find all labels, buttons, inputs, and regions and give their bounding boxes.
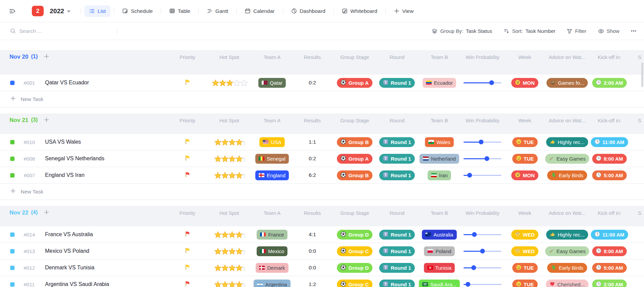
task-row[interactable]: #014France VS Australia France4:1Group D… [0, 226, 644, 243]
team-a-tag[interactable]: USA [259, 137, 285, 147]
advice-tag[interactable]: Games fo... [546, 78, 588, 88]
more-button[interactable]: ••• [631, 28, 637, 34]
add-task-plus-icon[interactable] [44, 117, 49, 124]
kickoff-tag[interactable]: 5:00 AM [592, 263, 627, 273]
hot-spot-rating[interactable] [214, 138, 244, 146]
results-value[interactable]: 4:1 [309, 231, 316, 238]
round-tag[interactable]: 1Round 1 [379, 137, 415, 147]
kickoff-tag[interactable]: 2:00 AM [592, 78, 627, 88]
slider-knob[interactable] [480, 249, 485, 253]
week-tag[interactable]: MON [511, 78, 538, 88]
win-probability-slider[interactable] [464, 282, 501, 287]
week-tag[interactable]: MON [511, 170, 538, 180]
add-task-plus-icon[interactable] [44, 209, 49, 216]
tab-list[interactable]: List [84, 5, 110, 17]
advice-tag[interactable]: Early Birds [547, 170, 587, 180]
team-a-tag[interactable]: Mexico [257, 246, 288, 256]
slider-knob[interactable] [489, 80, 494, 85]
win-probability-slider[interactable] [464, 156, 501, 161]
team-b-tag[interactable]: Saudi Ara... [419, 280, 460, 287]
slider-knob[interactable] [466, 282, 470, 287]
task-row[interactable]: #013Mexico VS Poland Mexico0:0Group C1Ro… [0, 243, 644, 260]
win-probability-slider[interactable] [464, 265, 501, 270]
hot-spot-rating[interactable] [212, 79, 247, 87]
slider-knob[interactable] [479, 140, 484, 144]
week-tag[interactable]: WED [511, 246, 538, 256]
task-row[interactable]: #007England VS Iran England6:2Group B1Ro… [0, 167, 644, 184]
search-box[interactable] [0, 28, 117, 34]
priority-flag-icon[interactable] [184, 155, 191, 163]
team-a-tag[interactable]: Argentina [254, 280, 290, 287]
priority-flag-icon[interactable] [184, 138, 191, 146]
new-task-button[interactable]: New Task [0, 184, 644, 200]
task-status-checkbox[interactable] [10, 81, 15, 85]
round-tag[interactable]: 1Round 1 [379, 263, 415, 273]
task-title[interactable]: England VS Iran [45, 172, 85, 178]
tab-schedule[interactable]: Schedule [117, 5, 157, 17]
task-title[interactable]: USA VS Wales [45, 139, 81, 145]
team-a-tag[interactable]: Senegal [255, 154, 289, 164]
group-title[interactable]: Nov 21 [9, 117, 28, 124]
team-b-tag[interactable]: Iran [428, 170, 451, 180]
tab-calendar[interactable]: Calendar [240, 5, 279, 17]
hot-spot-rating[interactable] [214, 171, 244, 179]
results-value[interactable]: 1:2 [309, 281, 316, 287]
hot-spot-rating[interactable] [214, 281, 244, 287]
advice-tag[interactable]: Easy Games [545, 246, 589, 256]
task-title[interactable]: Senegal VS Netherlands [45, 156, 104, 162]
kickoff-tag[interactable]: 2:00 AM [592, 280, 627, 287]
results-value[interactable]: 0:0 [309, 248, 316, 254]
group-stage-tag[interactable]: Group A [337, 154, 372, 164]
search-input[interactable] [19, 28, 101, 34]
advice-tag[interactable]: Easy Games [545, 154, 589, 164]
task-row[interactable]: #008Senegal VS Netherlands Senegal0:2Gro… [0, 150, 644, 167]
priority-flag-icon[interactable] [184, 79, 191, 87]
team-b-tag[interactable]: Tunisia [424, 263, 455, 273]
hot-spot-rating[interactable] [214, 155, 244, 163]
task-status-checkbox[interactable] [10, 173, 15, 178]
advice-tag[interactable]: Cherished... [546, 280, 588, 287]
kickoff-tag[interactable]: 11:00 AM [591, 137, 628, 147]
group-stage-tag[interactable]: Group A [337, 78, 372, 88]
workspace-badge[interactable]: 2 [32, 6, 44, 16]
hot-spot-rating[interactable] [214, 247, 244, 255]
team-b-tag[interactable]: Poland [424, 246, 455, 256]
add-task-plus-icon[interactable] [44, 54, 49, 60]
team-b-tag[interactable]: Wales [425, 137, 454, 147]
group-stage-tag[interactable]: Group D [337, 263, 372, 273]
slider-knob[interactable] [472, 232, 477, 237]
task-status-checkbox[interactable] [10, 157, 15, 161]
round-tag[interactable]: 1Round 1 [379, 154, 415, 164]
new-task-button[interactable]: New Task [0, 91, 644, 107]
advice-tag[interactable]: Early Birds [547, 263, 587, 273]
task-status-checkbox[interactable] [10, 140, 15, 144]
round-tag[interactable]: 1Round 1 [379, 230, 415, 240]
task-status-checkbox[interactable] [10, 249, 15, 253]
group-stage-tag[interactable]: Group C [337, 246, 372, 256]
priority-flag-icon[interactable] [184, 231, 191, 239]
team-a-tag[interactable]: Demark [256, 263, 288, 273]
priority-flag-icon[interactable] [184, 171, 191, 179]
task-title[interactable]: Argentina VS Saudi Arabia [45, 281, 109, 287]
results-value[interactable]: 6:2 [309, 172, 316, 178]
team-b-tag[interactable]: Australia [422, 230, 456, 240]
task-title[interactable]: Qatar VS Ecuador [45, 80, 89, 86]
round-tag[interactable]: 1Round 1 [379, 280, 415, 287]
kickoff-tag[interactable]: 8:00 AM [592, 154, 627, 164]
results-value[interactable]: 0:2 [309, 80, 316, 86]
week-tag[interactable]: TUE [512, 154, 538, 164]
tab-whiteboard[interactable]: Whiteboard [337, 5, 382, 17]
tab-gantt[interactable]: Gantt [202, 5, 233, 17]
kickoff-tag[interactable]: 5:00 AM [592, 170, 627, 180]
round-tag[interactable]: 1Round 1 [379, 170, 415, 180]
tab-view[interactable]: View [389, 5, 418, 17]
show-control[interactable]: Show [598, 28, 620, 34]
task-title[interactable]: Mexico VS Poland [45, 248, 89, 254]
round-tag[interactable]: 1Round 1 [379, 78, 415, 88]
sidebar-toggle-icon[interactable] [9, 7, 16, 15]
advice-tag[interactable]: Highly rec... [546, 137, 588, 147]
win-probability-slider[interactable] [464, 249, 501, 253]
week-tag[interactable]: TUE [512, 280, 538, 287]
tab-dashboard[interactable]: Dashboard [286, 5, 330, 17]
team-a-tag[interactable]: France [257, 230, 287, 240]
